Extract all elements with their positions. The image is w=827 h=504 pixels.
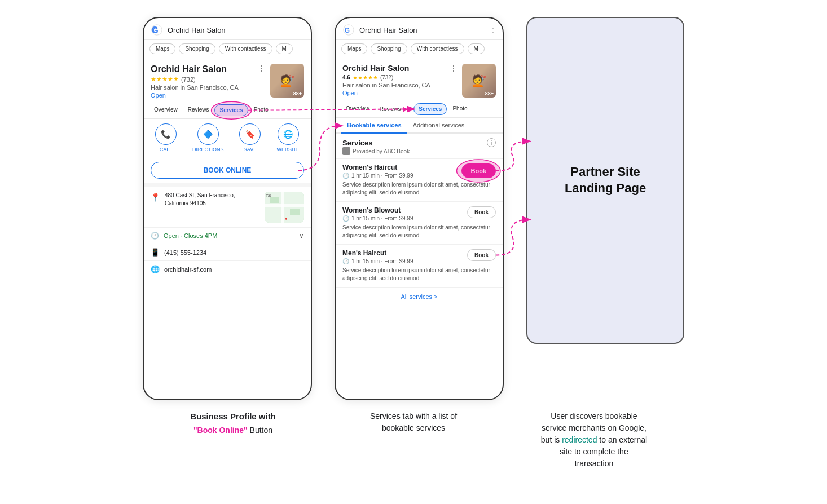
caption-partner-line3: but is xyxy=(541,435,562,444)
svg-text:●: ● xyxy=(285,216,287,220)
phone1-search-bar: G G Orchid Hair Salon xyxy=(144,18,311,40)
phone1-stars: ★★★★★ xyxy=(151,76,179,83)
all-services-link[interactable]: All services > xyxy=(336,287,503,306)
svg-text:G: G xyxy=(345,26,350,34)
directions-label: DIRECTIONS xyxy=(192,147,224,152)
svg-text:G6: G6 xyxy=(266,194,271,198)
address-map-container: 📍 480 Cast St, San Francisco, California… xyxy=(151,192,304,223)
phone2-filter-chips: Maps Shopping With contactless M xyxy=(336,40,503,58)
phone2-business-info: Orchid Hair Salon 4.6 ★★★★★ (732) Hair s… xyxy=(342,64,445,96)
service-item-2: Women's Blowout 🕐 1 hr 15 min · From $9.… xyxy=(336,201,503,244)
phone1-phone-row: 📱 (415) 555-1234 xyxy=(144,244,311,260)
phone2-rating-num: 4.6 xyxy=(342,74,350,81)
phone2-services-subtabs: Bookable services Additional services xyxy=(336,118,503,134)
caption-phone1-button-text: Button xyxy=(250,426,272,435)
phone1-hours-row: 🕐 Open · Closes 4PM ∨ xyxy=(144,227,311,244)
caption-phone1-line1: Business Profile with xyxy=(154,410,312,423)
service-3-info: Men's Haircut 🕐 1 hr 15 min · From $9.99 xyxy=(342,249,413,264)
services-section-title: Services xyxy=(342,139,373,147)
tab-overview[interactable]: Overview xyxy=(149,104,182,116)
tab-reviews[interactable]: Reviews xyxy=(183,104,214,116)
phone1-filter-chips: Maps Shopping With contactless M xyxy=(144,40,311,58)
chip-more[interactable]: M xyxy=(276,43,293,54)
provided-by: Provided by ABC Book xyxy=(336,147,503,158)
directions-circle: 🔷 xyxy=(197,123,219,145)
phone-text: (415) 555-1234 xyxy=(164,249,206,256)
abc-book-icon xyxy=(342,147,350,155)
caption-partner-line4: site to complete the xyxy=(560,447,628,456)
phone2-more-dots[interactable]: ⋮ xyxy=(450,64,458,73)
address-pin-icon: 📍 xyxy=(151,193,160,202)
thumb-number: 88+ xyxy=(293,91,302,96)
svg-rect-5 xyxy=(281,192,284,223)
chip-contactless[interactable]: With contactless xyxy=(219,43,272,54)
tab-services[interactable]: Services xyxy=(214,104,248,116)
phone1-rating: ★★★★★ (732) xyxy=(151,76,253,83)
action-save[interactable]: 🔖 SAVE xyxy=(239,123,261,152)
partner-site-title: Partner SiteLanding Page xyxy=(553,153,657,207)
phone2-search-text: Orchid Hair Salon xyxy=(359,26,483,34)
save-label: SAVE xyxy=(244,147,257,152)
subtab-bookable[interactable]: Bookable services xyxy=(341,118,407,134)
website-circle: 🌐 xyxy=(278,123,299,145)
book-online-button[interactable]: BOOK ONLINE xyxy=(151,162,304,179)
service-2-desc: Service description lorem ipsum dolor si… xyxy=(342,224,496,240)
service-3-clock: 🕐 xyxy=(342,258,349,264)
phone1-more-icon[interactable]: ⋮ xyxy=(258,64,266,73)
action-website[interactable]: 🌐 WEBSITE xyxy=(276,123,300,152)
action-directions[interactable]: 🔷 DIRECTIONS xyxy=(192,123,224,152)
service-item-3: Men's Haircut 🕐 1 hr 15 min · From $9.99… xyxy=(336,244,503,287)
phone1-business-name: Orchid Hair Salon xyxy=(151,64,253,74)
web-icon: 🌐 xyxy=(151,265,160,273)
service-1-header: Women's Haircut 🕐 1 hr 15 min · From $9.… xyxy=(342,163,496,179)
services-info-icon: i xyxy=(487,138,496,147)
phone2-tab-photo[interactable]: Photo xyxy=(448,103,472,115)
service-item-1: Women's Haircut 🕐 1 hr 15 min · From $9.… xyxy=(336,158,503,201)
captions-row: Business Profile with "Book Online" Butt… xyxy=(11,410,816,470)
save-circle: 🔖 xyxy=(239,123,261,145)
action-call[interactable]: 📞 CALL xyxy=(155,123,177,152)
hours-text: Open · Closes 4PM xyxy=(164,232,217,239)
map-thumbnail: G6 ● xyxy=(265,192,304,223)
address-text: 480 Cast St, San Francisco, California 9… xyxy=(165,192,260,207)
phone1-business-status: Open xyxy=(151,92,253,99)
hours-expand-icon[interactable]: ∨ xyxy=(299,232,304,240)
svg-rect-6 xyxy=(270,197,279,203)
phone2-tab-services[interactable]: Services xyxy=(413,103,447,115)
service-2-header: Women's Blowout 🕐 1 hr 15 min · From $9.… xyxy=(342,206,496,222)
service-3-desc: Service description lorem ipsum dolor si… xyxy=(342,267,496,282)
book-button-2[interactable]: Book xyxy=(467,206,496,218)
chip-maps[interactable]: Maps xyxy=(149,43,175,54)
phone2-review-count: (732) xyxy=(380,74,393,81)
call-label: CALL xyxy=(160,147,173,152)
arrow-indicator: ▶ xyxy=(403,105,408,112)
phone1-mockup: G G Orchid Hair Salon Maps Shopping With… xyxy=(143,17,312,400)
phone2-chip-maps[interactable]: Maps xyxy=(341,43,367,54)
phone2-tab-reviews[interactable]: Reviews ▶ xyxy=(375,103,413,115)
phone2-business-card: Orchid Hair Salon 4.6 ★★★★★ (732) Hair s… xyxy=(336,58,503,101)
website-icon: 🌐 xyxy=(283,130,293,139)
subtab-additional[interactable]: Additional services xyxy=(407,118,470,134)
phone2-tab-overview[interactable]: Overview xyxy=(341,103,374,115)
svg-text:G: G xyxy=(153,26,158,34)
caption-partner-redirected: redirected xyxy=(562,435,597,444)
caption-partner-line5: transaction xyxy=(575,459,613,468)
service-3-name: Men's Haircut xyxy=(342,249,413,257)
phone1-business-type: Hair salon in San Francisco, CA xyxy=(151,84,253,91)
phone2-rating: 4.6 ★★★★★ (732) xyxy=(342,74,445,81)
tab-photo[interactable]: Photo xyxy=(249,104,273,116)
phone2-google-logo: G xyxy=(342,24,355,36)
svg-rect-7 xyxy=(290,209,300,215)
book-button-1[interactable]: Book xyxy=(461,163,496,178)
phone2-chip-shopping[interactable]: Shopping xyxy=(371,43,407,54)
phone2-chip-more[interactable]: M xyxy=(468,43,485,54)
phone2-more-icon[interactable]: ⋮ xyxy=(490,27,496,33)
website-text: orchidhair-sf.com xyxy=(164,266,212,273)
service-3-header: Men's Haircut 🕐 1 hr 15 min · From $9.99… xyxy=(342,249,496,264)
phone2-chip-contactless[interactable]: With contactless xyxy=(411,43,464,54)
caption-phone1-book-online-highlight: "Book Online" xyxy=(193,426,248,435)
chip-shopping[interactable]: Shopping xyxy=(179,43,215,54)
book-button-3[interactable]: Book xyxy=(467,249,496,261)
call-circle: 📞 xyxy=(155,123,177,145)
directions-icon: 🔷 xyxy=(203,130,213,139)
